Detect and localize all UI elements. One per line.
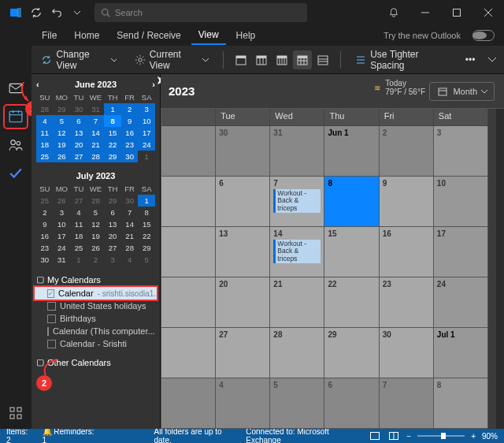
mini-day[interactable]: 5 <box>54 115 71 127</box>
view-normal-icon[interactable] <box>369 430 381 442</box>
day-cell[interactable] <box>161 126 216 177</box>
day-cell[interactable]: 7 <box>380 378 434 429</box>
checkbox[interactable] <box>47 340 56 348</box>
mini-day[interactable]: 28 <box>87 151 105 162</box>
mini-day[interactable]: 20 <box>104 230 121 242</box>
mini-day[interactable]: 7 <box>87 115 105 127</box>
mini-calendar-july[interactable]: July 2023 SUMOTUWETHFRSA 252627282930123… <box>32 166 160 269</box>
maximize-icon[interactable] <box>441 0 472 25</box>
mini-day[interactable]: 16 <box>121 127 139 139</box>
mini-day[interactable]: 31 <box>54 254 71 266</box>
schedule-view-icon[interactable] <box>313 50 332 69</box>
day-cell[interactable] <box>161 177 216 227</box>
mini-day[interactable]: 28 <box>36 103 54 115</box>
day-cell[interactable]: 16 <box>380 227 434 277</box>
mini-day[interactable]: 2 <box>121 103 139 115</box>
event[interactable]: Workout - Back & triceps <box>273 240 321 263</box>
day-cell[interactable] <box>161 277 216 328</box>
mini-day[interactable]: 14 <box>121 218 139 230</box>
day-cell[interactable]: 6 <box>216 177 270 227</box>
day-view-icon[interactable] <box>232 50 250 69</box>
mini-day[interactable]: 22 <box>104 139 121 151</box>
mini-day[interactable]: 30 <box>70 103 87 115</box>
day-cell[interactable]: 10 <box>434 177 488 227</box>
undo-icon[interactable] <box>47 3 66 22</box>
day-cell[interactable]: 13 <box>216 227 270 277</box>
mini-day[interactable]: 17 <box>138 127 155 139</box>
day-cell[interactable]: 4 <box>216 378 270 429</box>
day-cell[interactable]: 6 <box>324 378 379 429</box>
change-view-button[interactable]: Change View <box>35 46 123 74</box>
mini-day[interactable]: 27 <box>104 242 121 254</box>
day-cell[interactable]: 24 <box>434 277 488 328</box>
mini-day[interactable]: 8 <box>104 115 121 127</box>
day-cell[interactable]: 15 <box>324 227 379 277</box>
mini-day[interactable]: 15 <box>104 127 121 139</box>
mini-day[interactable]: 6 <box>104 207 121 218</box>
month-view-icon[interactable] <box>293 50 312 69</box>
mini-day[interactable]: 28 <box>87 195 105 207</box>
mini-day[interactable]: 14 <box>87 127 105 139</box>
calendar-item[interactable]: Birthdays <box>35 312 157 325</box>
mini-day[interactable]: 19 <box>54 139 71 151</box>
calendar-item[interactable]: Calendar (This computer... <box>35 325 157 337</box>
people-icon[interactable] <box>5 134 27 156</box>
day-cell[interactable]: 30 <box>380 328 434 378</box>
mini-day[interactable]: 30 <box>121 151 139 162</box>
checkbox[interactable] <box>47 315 56 323</box>
week-view-icon[interactable] <box>272 50 291 69</box>
day-cell[interactable]: 17 <box>434 227 488 277</box>
mini-day[interactable]: 16 <box>36 230 54 242</box>
mini-day[interactable]: 24 <box>138 139 155 151</box>
mini-day[interactable]: 27 <box>70 195 87 207</box>
mini-day[interactable]: 27 <box>70 151 87 162</box>
apps-icon[interactable] <box>5 402 27 424</box>
mini-day[interactable]: 1 <box>70 254 87 266</box>
day-cell[interactable] <box>161 378 216 429</box>
mini-day[interactable]: 1 <box>138 195 155 207</box>
day-cell[interactable]: 23 <box>380 277 434 328</box>
current-view-button[interactable]: Current View <box>128 46 214 74</box>
mini-day[interactable]: 30 <box>121 195 139 207</box>
checkbox[interactable] <box>47 289 54 298</box>
mini-day[interactable]: 8 <box>138 207 155 218</box>
day-cell[interactable]: 28 <box>270 328 324 378</box>
mini-day[interactable]: 2 <box>87 254 105 266</box>
day-cell[interactable]: 7Workout - Back & triceps <box>270 177 324 227</box>
mini-day[interactable]: 26 <box>54 151 71 162</box>
mini-day[interactable]: 21 <box>87 139 105 151</box>
minimize-icon[interactable] <box>410 0 441 25</box>
mini-day[interactable]: 4 <box>70 207 87 218</box>
mini-day[interactable]: 13 <box>70 127 87 139</box>
mini-day[interactable]: 23 <box>121 139 139 151</box>
mini-day[interactable]: 30 <box>36 254 54 266</box>
day-cell[interactable]: 5 <box>270 378 324 429</box>
mini-day[interactable]: 25 <box>36 151 54 162</box>
bell-icon[interactable] <box>378 0 410 25</box>
zoom-in-icon[interactable]: + <box>471 432 476 441</box>
mini-day[interactable]: 9 <box>36 218 54 230</box>
chevron-down-icon[interactable] <box>486 54 498 66</box>
mini-day[interactable]: 7 <box>121 207 139 218</box>
day-cell[interactable]: Jul 1 <box>434 328 488 378</box>
mini-day[interactable]: 28 <box>121 242 139 254</box>
menu-file[interactable]: File <box>35 27 64 44</box>
mini-day[interactable]: 3 <box>138 103 155 115</box>
mini-day[interactable]: 25 <box>70 242 87 254</box>
day-cell[interactable]: 14Workout - Back & triceps <box>270 227 324 277</box>
day-cell[interactable]: 22 <box>324 277 379 328</box>
workweek-view-icon[interactable] <box>252 50 271 69</box>
mini-day[interactable]: 15 <box>138 218 155 230</box>
day-cell[interactable] <box>161 328 216 378</box>
mini-day[interactable]: 20 <box>70 139 87 151</box>
mini-day[interactable]: 4 <box>121 254 139 266</box>
try-new-outlook[interactable]: Try the new Outlook <box>376 28 495 43</box>
mini-day[interactable]: 3 <box>104 254 121 266</box>
month-dropdown[interactable]: Month <box>429 82 495 101</box>
more-icon[interactable]: ••• <box>459 51 482 69</box>
day-cell[interactable]: 20 <box>216 277 270 328</box>
next-month-icon[interactable]: › <box>152 80 155 89</box>
day-cell[interactable]: 27 <box>216 328 270 378</box>
mini-day[interactable]: 29 <box>54 103 71 115</box>
event[interactable]: Workout - Back & triceps <box>273 189 321 213</box>
